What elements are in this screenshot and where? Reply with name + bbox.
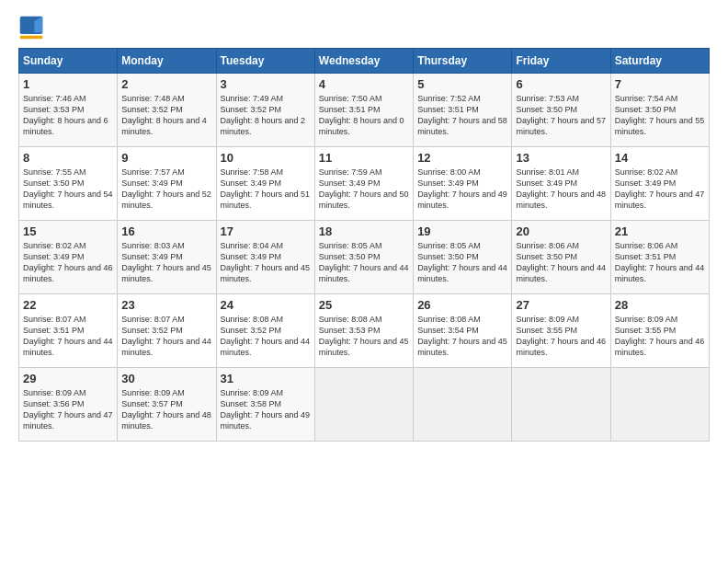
day-number: 11 xyxy=(319,151,409,165)
day-info: Sunrise: 7:50 AMSunset: 3:51 PMDaylight:… xyxy=(319,94,404,136)
day-number: 4 xyxy=(319,77,409,91)
calendar-cell: 24Sunrise: 8:08 AMSunset: 3:52 PMDayligh… xyxy=(216,294,314,368)
day-number: 26 xyxy=(417,298,507,312)
day-number: 8 xyxy=(23,151,113,165)
day-info: Sunrise: 8:02 AMSunset: 3:49 PMDaylight:… xyxy=(615,167,705,210)
calendar-cell xyxy=(414,368,512,442)
day-number: 29 xyxy=(23,372,113,385)
day-info: Sunrise: 8:02 AMSunset: 3:49 PMDaylight:… xyxy=(23,241,113,283)
calendar-cell xyxy=(314,368,413,442)
calendar-cell: 8Sunrise: 7:55 AMSunset: 3:50 PMDaylight… xyxy=(19,147,118,221)
calendar-cell: 25Sunrise: 8:08 AMSunset: 3:53 PMDayligh… xyxy=(314,294,413,368)
day-info: Sunrise: 7:48 AMSunset: 3:52 PMDaylight:… xyxy=(121,94,207,136)
calendar-cell: 30Sunrise: 8:09 AMSunset: 3:57 PMDayligh… xyxy=(118,368,216,442)
calendar-cell: 20Sunrise: 8:06 AMSunset: 3:50 PMDayligh… xyxy=(512,221,610,294)
day-number: 5 xyxy=(417,77,507,91)
day-number: 13 xyxy=(516,151,606,165)
calendar-cell: 17Sunrise: 8:04 AMSunset: 3:49 PMDayligh… xyxy=(216,221,314,294)
calendar-week-4: 22Sunrise: 8:07 AMSunset: 3:51 PMDayligh… xyxy=(19,294,710,368)
calendar-cell: 1Sunrise: 7:46 AMSunset: 3:53 PMDaylight… xyxy=(19,74,118,147)
day-number: 9 xyxy=(121,151,211,165)
weekday-header-saturday: Saturday xyxy=(610,49,709,74)
day-info: Sunrise: 8:09 AMSunset: 3:55 PMDaylight:… xyxy=(615,315,705,357)
day-info: Sunrise: 8:09 AMSunset: 3:58 PMDaylight:… xyxy=(221,388,311,431)
day-number: 14 xyxy=(615,151,705,165)
day-number: 21 xyxy=(615,224,705,238)
calendar-cell: 5Sunrise: 7:52 AMSunset: 3:51 PMDaylight… xyxy=(414,74,512,147)
calendar-cell: 4Sunrise: 7:50 AMSunset: 3:51 PMDaylight… xyxy=(314,74,413,147)
day-info: Sunrise: 7:58 AMSunset: 3:49 PMDaylight:… xyxy=(221,167,311,210)
calendar-cell xyxy=(512,368,610,442)
day-number: 30 xyxy=(121,372,211,385)
calendar-cell: 9Sunrise: 7:57 AMSunset: 3:49 PMDaylight… xyxy=(118,147,216,221)
day-info: Sunrise: 8:00 AMSunset: 3:49 PMDaylight:… xyxy=(417,167,507,210)
day-number: 22 xyxy=(23,298,113,312)
day-info: Sunrise: 8:09 AMSunset: 3:55 PMDaylight:… xyxy=(516,315,606,357)
day-info: Sunrise: 7:57 AMSunset: 3:49 PMDaylight:… xyxy=(121,167,211,210)
day-number: 17 xyxy=(221,224,311,238)
day-info: Sunrise: 8:04 AMSunset: 3:49 PMDaylight:… xyxy=(221,241,311,283)
day-info: Sunrise: 8:07 AMSunset: 3:52 PMDaylight:… xyxy=(121,315,211,357)
day-number: 25 xyxy=(319,298,409,312)
calendar-cell: 7Sunrise: 7:54 AMSunset: 3:50 PMDaylight… xyxy=(610,74,709,147)
weekday-header-tuesday: Tuesday xyxy=(216,49,314,74)
day-info: Sunrise: 8:09 AMSunset: 3:56 PMDaylight:… xyxy=(23,388,113,431)
calendar-week-5: 29Sunrise: 8:09 AMSunset: 3:56 PMDayligh… xyxy=(19,368,710,442)
calendar-cell: 29Sunrise: 8:09 AMSunset: 3:56 PMDayligh… xyxy=(19,368,118,442)
calendar-cell: 19Sunrise: 8:05 AMSunset: 3:50 PMDayligh… xyxy=(414,221,512,294)
day-number: 12 xyxy=(417,151,507,165)
logo xyxy=(18,15,48,40)
day-number: 27 xyxy=(516,298,606,312)
day-number: 7 xyxy=(615,77,705,91)
calendar-cell: 10Sunrise: 7:58 AMSunset: 3:49 PMDayligh… xyxy=(216,147,314,221)
calendar-cell: 27Sunrise: 8:09 AMSunset: 3:55 PMDayligh… xyxy=(512,294,610,368)
day-info: Sunrise: 8:08 AMSunset: 3:54 PMDaylight:… xyxy=(417,315,507,357)
day-info: Sunrise: 7:54 AMSunset: 3:50 PMDaylight:… xyxy=(615,94,705,136)
day-info: Sunrise: 8:06 AMSunset: 3:50 PMDaylight:… xyxy=(516,241,606,283)
calendar-cell: 22Sunrise: 8:07 AMSunset: 3:51 PMDayligh… xyxy=(19,294,118,368)
day-number: 1 xyxy=(23,77,113,91)
calendar-cell: 6Sunrise: 7:53 AMSunset: 3:50 PMDaylight… xyxy=(512,74,610,147)
svg-rect-2 xyxy=(20,36,43,40)
calendar-cell: 18Sunrise: 8:05 AMSunset: 3:50 PMDayligh… xyxy=(314,221,413,294)
calendar-cell: 11Sunrise: 7:59 AMSunset: 3:49 PMDayligh… xyxy=(314,147,413,221)
calendar-cell: 21Sunrise: 8:06 AMSunset: 3:51 PMDayligh… xyxy=(610,221,709,294)
day-info: Sunrise: 8:08 AMSunset: 3:53 PMDaylight:… xyxy=(319,315,409,357)
day-number: 20 xyxy=(516,224,606,238)
calendar-cell: 16Sunrise: 8:03 AMSunset: 3:49 PMDayligh… xyxy=(118,221,216,294)
weekday-header-sunday: Sunday xyxy=(19,49,118,74)
calendar-cell: 15Sunrise: 8:02 AMSunset: 3:49 PMDayligh… xyxy=(19,221,118,294)
calendar-week-1: 1Sunrise: 7:46 AMSunset: 3:53 PMDaylight… xyxy=(19,74,710,147)
day-info: Sunrise: 7:46 AMSunset: 3:53 PMDaylight:… xyxy=(23,94,108,136)
weekday-header-friday: Friday xyxy=(512,49,610,74)
calendar-week-2: 8Sunrise: 7:55 AMSunset: 3:50 PMDaylight… xyxy=(19,147,710,221)
day-number: 6 xyxy=(516,77,606,91)
day-info: Sunrise: 8:06 AMSunset: 3:51 PMDaylight:… xyxy=(615,241,705,283)
weekday-header-wednesday: Wednesday xyxy=(314,49,413,74)
logo-icon xyxy=(18,15,44,40)
day-number: 16 xyxy=(121,224,211,238)
day-info: Sunrise: 7:49 AMSunset: 3:52 PMDaylight:… xyxy=(221,94,306,136)
calendar-week-3: 15Sunrise: 8:02 AMSunset: 3:49 PMDayligh… xyxy=(19,221,710,294)
calendar-page: SundayMondayTuesdayWednesdayThursdayFrid… xyxy=(0,0,728,451)
calendar-cell: 13Sunrise: 8:01 AMSunset: 3:49 PMDayligh… xyxy=(512,147,610,221)
calendar-cell: 26Sunrise: 8:08 AMSunset: 3:54 PMDayligh… xyxy=(414,294,512,368)
day-info: Sunrise: 8:03 AMSunset: 3:49 PMDaylight:… xyxy=(121,241,211,283)
day-number: 18 xyxy=(319,224,409,238)
day-info: Sunrise: 7:53 AMSunset: 3:50 PMDaylight:… xyxy=(516,94,606,136)
calendar-cell: 3Sunrise: 7:49 AMSunset: 3:52 PMDaylight… xyxy=(216,74,314,147)
day-number: 3 xyxy=(221,77,311,91)
day-number: 10 xyxy=(221,151,311,165)
calendar-cell: 23Sunrise: 8:07 AMSunset: 3:52 PMDayligh… xyxy=(118,294,216,368)
header xyxy=(18,15,710,40)
calendar-cell xyxy=(610,368,709,442)
day-number: 19 xyxy=(417,224,507,238)
calendar-cell: 28Sunrise: 8:09 AMSunset: 3:55 PMDayligh… xyxy=(610,294,709,368)
calendar-cell: 31Sunrise: 8:09 AMSunset: 3:58 PMDayligh… xyxy=(216,368,314,442)
day-info: Sunrise: 8:05 AMSunset: 3:50 PMDaylight:… xyxy=(417,241,507,283)
weekday-header-monday: Monday xyxy=(118,49,216,74)
calendar-table: SundayMondayTuesdayWednesdayThursdayFrid… xyxy=(18,48,710,442)
day-info: Sunrise: 7:55 AMSunset: 3:50 PMDaylight:… xyxy=(23,167,113,210)
weekday-header-row: SundayMondayTuesdayWednesdayThursdayFrid… xyxy=(19,49,710,74)
day-number: 24 xyxy=(221,298,311,312)
